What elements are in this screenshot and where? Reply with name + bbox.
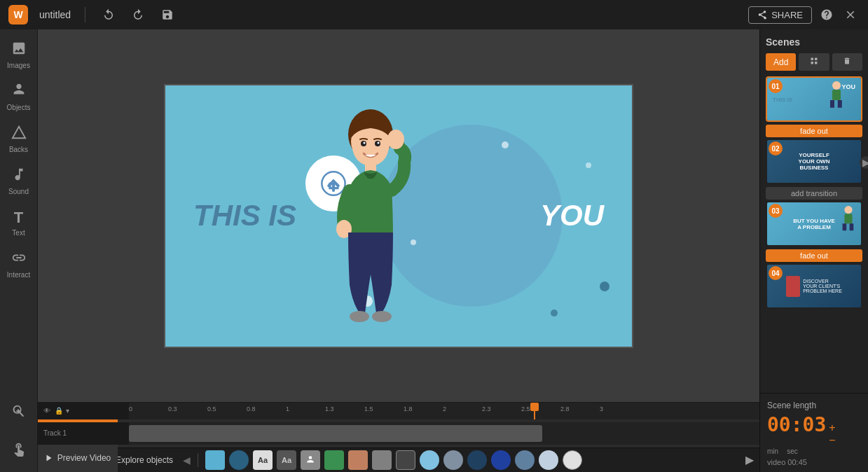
scene-add-button[interactable]: Add bbox=[766, 53, 796, 71]
title-divider bbox=[85, 7, 85, 22]
swatch-figure[interactable] bbox=[301, 450, 320, 470]
svg-point-15 bbox=[372, 311, 392, 322]
ruler-mark: 0.5 bbox=[207, 405, 216, 412]
scenes-panel: Scenes Add YOU THIS IS bbox=[759, 29, 868, 472]
time-increment[interactable]: + bbox=[829, 422, 835, 433]
track-clip[interactable] bbox=[129, 425, 542, 442]
scene-04-bar bbox=[786, 276, 800, 297]
zoom-tool[interactable] bbox=[1, 398, 36, 427]
svg-point-12 bbox=[387, 130, 404, 149]
share-label: SHARE bbox=[771, 10, 803, 20]
ruler-mark: 3 bbox=[600, 405, 603, 412]
scene-time: 00:03 bbox=[767, 413, 826, 436]
interact-icon bbox=[11, 250, 27, 269]
swatch-circle-mid[interactable] bbox=[443, 450, 463, 470]
scene-01-this: THIS IS bbox=[773, 96, 792, 102]
arrow-icon[interactable]: ▾ bbox=[66, 407, 69, 415]
scene-expand-02[interactable]: ▶ bbox=[860, 156, 868, 169]
min-label: min bbox=[767, 447, 778, 455]
undo-button[interactable] bbox=[99, 6, 118, 24]
swatch-circle-navy[interactable] bbox=[467, 450, 487, 470]
zoom-icon bbox=[11, 403, 27, 422]
swatch-text-aa2[interactable]: Aa bbox=[277, 450, 296, 470]
sidebar-item-text[interactable]: T Text bbox=[1, 203, 36, 243]
swatch-circle-steel[interactable] bbox=[515, 450, 535, 470]
scene-02-text: YOURSELFYOUR OWNBUSINESS bbox=[797, 151, 832, 172]
svg-point-10 bbox=[378, 141, 380, 144]
swatch-green[interactable] bbox=[324, 450, 344, 470]
ruler-mark: 1.3 bbox=[325, 405, 334, 412]
scene-number-02: 02 bbox=[769, 141, 783, 155]
svg-point-9 bbox=[364, 141, 366, 144]
svg-rect-17 bbox=[832, 90, 841, 100]
redo-button[interactable] bbox=[129, 6, 147, 24]
scene-length-panel: Scene length 00:03 + − min sec video 00:… bbox=[760, 393, 868, 472]
save-button[interactable] bbox=[158, 6, 177, 24]
preview-video-button[interactable]: Preview Video bbox=[38, 444, 118, 472]
explore-objects-button[interactable]: Explore objects bbox=[110, 454, 179, 466]
scene-number-03: 03 bbox=[769, 204, 783, 218]
app-title: untitled bbox=[39, 9, 71, 20]
sidebar-images-label: Images bbox=[7, 62, 30, 70]
sidebar-item-images[interactable]: Images bbox=[1, 35, 36, 76]
sidebar-item-sound[interactable]: Sound bbox=[1, 161, 36, 202]
scene-add-transition-02[interactable]: add transition bbox=[766, 187, 862, 200]
hand-icon bbox=[11, 441, 27, 459]
scene-time-display: 00:03 + − bbox=[767, 413, 861, 446]
time-decrement[interactable]: − bbox=[829, 435, 835, 446]
ruler-mark: 2.3 bbox=[482, 405, 491, 412]
ruler-mark: 2.5 bbox=[521, 405, 530, 412]
swatch-circle-light[interactable] bbox=[539, 450, 558, 470]
scene-time-labels: min sec bbox=[767, 447, 861, 455]
svg-point-16 bbox=[832, 81, 841, 90]
eye-icon[interactable]: 👁 bbox=[43, 407, 50, 415]
swatch-circle-royal[interactable] bbox=[491, 450, 511, 470]
ruler-mark: 1 bbox=[286, 405, 289, 412]
sound-icon bbox=[11, 167, 27, 186]
help-button[interactable] bbox=[818, 6, 836, 24]
scene-transition-03[interactable]: fade out bbox=[766, 249, 862, 262]
scene-transition-01[interactable]: fade out bbox=[766, 125, 862, 137]
swatch-blue[interactable] bbox=[205, 450, 225, 470]
swatch-outline[interactable] bbox=[396, 450, 415, 470]
character-figure bbox=[329, 96, 469, 341]
scene-length-label: Scene length bbox=[767, 401, 861, 410]
sidebar-sound-label: Sound bbox=[8, 188, 29, 196]
swatch-text-aa1[interactable]: Aa bbox=[253, 450, 273, 470]
share-button[interactable]: SHARE bbox=[748, 6, 812, 24]
scene-delete-button[interactable] bbox=[832, 53, 862, 71]
swatch-tan[interactable] bbox=[348, 450, 368, 470]
scene-grid-button[interactable] bbox=[799, 53, 829, 71]
swatch-circle-lightblue[interactable] bbox=[420, 450, 439, 470]
lock-icon[interactable]: 🔒 bbox=[55, 407, 63, 415]
scenes-title: Scenes bbox=[760, 29, 868, 53]
sidebar-item-objects[interactable]: Objects bbox=[1, 77, 36, 118]
svg-rect-23 bbox=[850, 223, 854, 230]
sidebar-item-backs[interactable]: Backs bbox=[1, 119, 36, 160]
scene-time-controls: + − bbox=[829, 422, 835, 446]
ruler-label-area: 👁 🔒 ▾ bbox=[38, 403, 129, 419]
swatch-circle-blue[interactable] bbox=[229, 450, 249, 470]
track-bar-area[interactable] bbox=[129, 422, 759, 445]
next-swatch-button[interactable]: ▶ bbox=[745, 453, 754, 466]
ruler-mark: 2 bbox=[443, 405, 446, 412]
swatch-circle-white[interactable] bbox=[563, 450, 582, 470]
scene-number-01: 01 bbox=[769, 79, 783, 93]
scene-item-02: YOURSELFYOUR OWNBUSINESS 02 bbox=[766, 139, 862, 184]
timeline-area: 👁 🔒 ▾ 0 0.3 0.5 0.8 1 1.3 1.5 1.8 2 2.3 … bbox=[38, 402, 759, 472]
dot bbox=[600, 282, 609, 291]
hand-tool[interactable] bbox=[1, 436, 36, 465]
scene-02-wrapper: YOURSELFYOUR OWNBUSINESS 02 ▶ bbox=[760, 139, 868, 186]
ruler-mark: 1.5 bbox=[364, 405, 373, 412]
dot bbox=[586, 162, 591, 168]
divider2 bbox=[198, 453, 198, 467]
playhead[interactable] bbox=[534, 403, 535, 419]
timeline-ruler: 👁 🔒 ▾ 0 0.3 0.5 0.8 1 1.3 1.5 1.8 2 2.3 … bbox=[38, 403, 759, 419]
scene-canvas[interactable]: THIS IS YOU bbox=[164, 84, 633, 348]
close-button[interactable] bbox=[841, 6, 860, 24]
svg-rect-18 bbox=[830, 100, 834, 108]
sidebar-item-interact[interactable]: Interact bbox=[1, 244, 36, 285]
swatch-gray[interactable] bbox=[372, 450, 392, 470]
timeline-bottom: 👁 🔒 ▾ Explore objects ◀ Aa Aa bbox=[38, 447, 759, 472]
scene-item-01: YOU THIS IS 01 bbox=[766, 76, 862, 122]
